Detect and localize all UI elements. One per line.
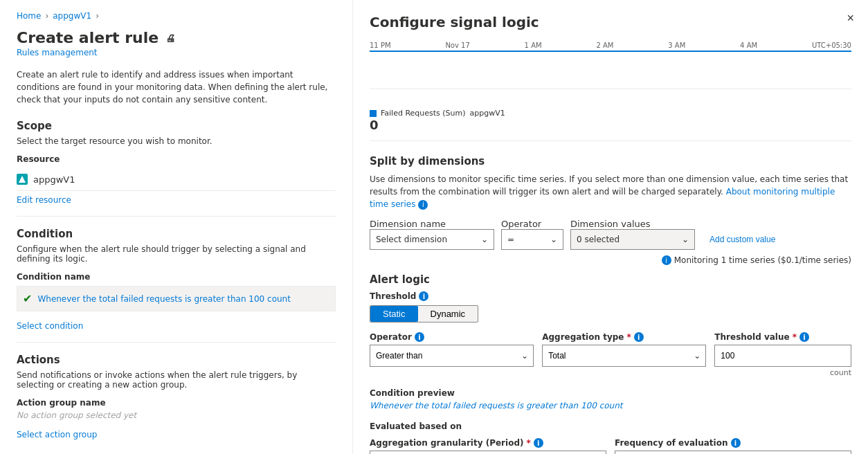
chevron-down-icon-val: ⌄ [682,235,689,244]
condition-preview-title: Condition preview [370,388,851,398]
legend-box [370,110,377,117]
resource-icon [17,174,28,185]
select-condition-link[interactable]: Select condition [17,321,83,331]
scope-section: Scope Select the target resource you wis… [17,120,336,205]
frequency-select-input[interactable]: Every 5 Minutes Every 1 Minute Every 15 … [615,451,851,454]
close-button[interactable]: × [847,11,854,26]
select-action-group-link[interactable]: Select action group [17,430,97,439]
breadcrumb: Home › appgwV1 › [17,11,336,21]
actions-subtitle: Send notifications or invoke actions whe… [17,370,336,390]
aggregation-select-wrapper: Total Average Minimum Maximum Count [542,345,706,367]
split-dimensions-title: Split by dimensions [370,155,851,167]
breadcrumb-resource[interactable]: appgwV1 [53,11,91,21]
evaluated-title: Evaluated based on [370,421,851,431]
eval-row: Aggregation granularity (Period) * i 5 m… [370,438,851,454]
threshold-value-info-icon: i [799,332,809,342]
condition-subtitle: Configure when the alert rule should tri… [17,244,336,264]
rules-management-link[interactable]: Rules management [17,48,336,57]
frequency-group: Frequency of evaluation i Every 5 Minute… [615,438,851,454]
aggregation-select-input[interactable]: Total Average Minimum Maximum Count [542,345,706,367]
dimension-name-col: Dimension name Select dimension ⌄ [370,219,494,250]
right-panel: Configure signal logic × 11 PM Nov 17 1 … [353,0,868,454]
period-info-icon: i [534,438,543,448]
condition-row[interactable]: ✔ Whenever the total failed requests is … [17,286,336,311]
condition-name-label: Condition name [17,272,336,282]
check-icon: ✔ [23,292,32,305]
dimension-name-select[interactable]: Select dimension ⌄ [370,229,494,250]
chart-value: 0 [370,118,851,132]
operator-info-icon: i [415,332,424,342]
resource-name: appgwV1 [33,174,75,185]
period-select-input[interactable]: 5 minutes 1 minute 15 minutes 30 minutes… [370,451,606,454]
edit-resource-link[interactable]: Edit resource [17,195,71,205]
print-icon[interactable]: 🖨 [165,33,175,44]
chart-x-label-6: UTC+05:30 [812,42,851,49]
condition-preview-text: Whenever the total failed requests is gr… [370,401,851,410]
svg-marker-0 [19,176,26,183]
evaluated-section: Evaluated based on Aggregation granulari… [370,421,851,454]
dimension-name-label: Dimension name [370,219,446,229]
threshold-value-input[interactable] [714,345,851,367]
action-group-label: Action group name [17,398,336,408]
dimension-values-label: Dimension values [570,219,651,229]
panel-title: Configure signal logic [370,14,851,30]
threshold-info-icon: i [419,291,428,301]
split-dimensions-info: Use dimensions to monitor specific time … [370,173,851,210]
actions-section: Actions Send notifications or invoke act… [17,354,336,439]
chevron-down-icon: ⌄ [481,235,488,244]
threshold-label: Threshold i [370,291,851,301]
chart-legend: Failed Requests (Sum) appgwV1 [370,109,851,118]
alert-logic-section: Alert logic Threshold i Static Dynamic O… [370,273,851,377]
period-label: Aggregation granularity (Period) * i [370,438,606,448]
chart-x-label-3: 2 AM [596,42,613,49]
dimension-values-col: Dimension values 0 selected ⌄ [570,219,695,250]
page-title: Create alert rule 🖨 [17,29,336,46]
dimension-values-select[interactable]: 0 selected ⌄ [570,229,695,250]
chart-x-label-5: 4 AM [740,42,757,49]
chart-area [370,51,851,106]
threshold-value-group: Threshold value * i count [714,332,851,377]
frequency-info-icon: i [731,438,741,448]
action-placeholder: No action group selected yet [17,410,336,420]
left-panel: Home › appgwV1 › Create alert rule 🖨 Rul… [0,0,353,454]
page-description: Create an alert rule to identify and add… [17,69,336,106]
chart-svg [370,51,851,92]
operator-select[interactable]: = ⌄ [501,229,563,250]
scope-title: Scope [17,120,336,132]
breadcrumb-sep2: › [96,11,99,21]
add-custom-value-button[interactable]: Add custom value [702,229,783,250]
chart-container: 11 PM Nov 17 1 AM 2 AM 3 AM 4 AM UTC+05:… [370,42,851,141]
alert-logic-form-row: Operator i Greater than Less than Greate… [370,332,851,377]
aggregation-group: Aggregation type * i Total Average Minim… [542,332,706,377]
chart-x-labels: 11 PM Nov 17 1 AM 2 AM 3 AM 4 AM UTC+05:… [370,42,851,49]
chart-x-label-4: 3 AM [668,42,685,49]
actions-title: Actions [17,354,336,366]
static-toggle-button[interactable]: Static [370,306,418,322]
scope-subtitle: Select the target resource you wish to m… [17,136,336,146]
operator-select-input[interactable]: Greater than Less than Greater than or e… [370,345,534,367]
operator-form-label: Operator i [370,332,534,342]
breadcrumb-home[interactable]: Home [17,11,41,21]
info-circle-icon: i [418,200,428,210]
dimension-row: Dimension name Select dimension ⌄ Operat… [370,219,851,250]
chart-x-label-0: 11 PM [370,42,391,49]
chevron-down-icon-op: ⌄ [550,235,557,244]
breadcrumb-sep1: › [45,11,48,21]
aggregation-form-label: Aggregation type * i [542,332,706,342]
condition-section: Condition Configure when the alert rule … [17,228,336,331]
dynamic-toggle-button[interactable]: Dynamic [418,306,478,322]
frequency-label: Frequency of evaluation i [615,438,851,448]
monitoring-info-icon: i [662,255,671,265]
operator-select-wrapper: Greater than Less than Greater than or e… [370,345,534,367]
condition-preview-section: Condition preview Whenever the total fai… [370,388,851,410]
chart-x-label-1: Nov 17 [445,42,469,49]
alert-logic-title: Alert logic [370,273,851,286]
chart-x-label-2: 1 AM [525,42,542,49]
resource-row: appgwV1 [17,168,336,191]
resource-label: Resource [17,154,336,164]
legend-resource: appgwV1 [470,109,505,118]
threshold-value-label: Threshold value * i [714,332,851,342]
monitoring-info: i Monitoring 1 time series ($0.1/time se… [370,255,851,265]
condition-text: Whenever the total failed requests is gr… [37,294,291,304]
operator-col: Operator = ⌄ [501,219,563,250]
